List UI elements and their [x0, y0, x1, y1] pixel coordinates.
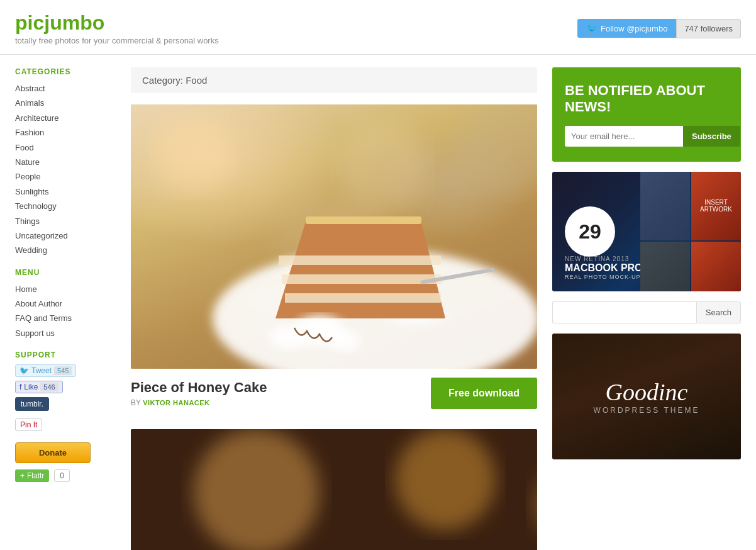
ad-number: 29 — [579, 222, 601, 242]
ad-screens: INSERTARTWORK — [640, 172, 741, 291]
post-item-2 — [131, 429, 537, 550]
support-label: SUPPORT — [15, 351, 116, 359]
sidebar-item-uncategorized[interactable]: Uncategorized — [15, 228, 116, 243]
header-right: 🐦 Follow @picjumbo 747 followers — [577, 19, 741, 38]
followers-badge: 747 followers — [676, 19, 741, 38]
goodinc-title: Goodinc — [606, 378, 688, 406]
tweet-button[interactable]: 🐦 Tweet 545 — [15, 364, 76, 377]
main-content: Category: Food — [131, 67, 537, 550]
ad-circle: 29 — [565, 206, 615, 257]
twitter-follow-label: Follow @picjumbo — [601, 24, 667, 33]
main-layout: CATEGORIES Abstract Animals Architecture… — [0, 55, 756, 550]
search-box: Search — [552, 301, 741, 323]
svg-point-12 — [269, 325, 307, 350]
categories-label: CATEGORIES — [15, 67, 116, 76]
svg-rect-8 — [285, 293, 441, 303]
sidebar-item-sunlights[interactable]: Sunlights — [15, 184, 116, 199]
donate-button[interactable]: Donate — [15, 442, 91, 463]
pinterest-label: Pin It — [20, 420, 37, 429]
cake-photo — [131, 104, 537, 369]
post-info: Piece of Honey Cake BY VIKTOR HANACEK — [131, 379, 267, 407]
svg-rect-9 — [306, 216, 421, 224]
newsletter-box: BE NOTIFIED ABOUT NEWS! Subscribe — [552, 67, 741, 162]
screen-2: INSERTARTWORK — [691, 172, 741, 240]
like-count: 546 — [40, 383, 58, 391]
post-item: Piece of Honey Cake BY VIKTOR HANACEK Fr… — [131, 104, 537, 414]
macbook-ad-banner[interactable]: 29 NEW RETINA 2013 MACBOOK PRO & IPAD RE… — [552, 172, 741, 291]
flattr-icon: + — [20, 471, 25, 480]
menu-item-faq[interactable]: FAQ and Terms — [15, 311, 116, 325]
flattr-count: 0 — [54, 469, 70, 482]
flattr-button[interactable]: + Flattr — [15, 469, 49, 482]
newsletter-title: BE NOTIFIED ABOUT NEWS! — [565, 82, 728, 116]
goodinc-ad[interactable]: Goodinc WORDPRESS THEME — [552, 334, 741, 459]
post-title: Piece of Honey Cake — [131, 379, 267, 396]
sidebar-item-things[interactable]: Things — [15, 214, 116, 228]
twitter-small-icon: 🐦 — [19, 366, 29, 375]
menu-item-about[interactable]: About Author — [15, 296, 116, 311]
screen-4 — [691, 242, 741, 291]
menu-label: MENU — [15, 268, 116, 277]
svg-point-15 — [194, 429, 320, 550]
sidebar-item-food[interactable]: Food — [15, 140, 116, 155]
svg-point-0 — [156, 117, 231, 193]
support-section: SUPPORT 🐦 Tweet 545 f Like 546 tumblr. P… — [15, 351, 116, 482]
sidebar-item-animals[interactable]: Animals — [15, 96, 116, 110]
svg-marker-5 — [275, 218, 445, 318]
post-meta: Piece of Honey Cake BY VIKTOR HANACEK Fr… — [131, 369, 537, 414]
post-image-2[interactable] — [131, 429, 537, 550]
sidebar-item-technology[interactable]: Technology — [15, 199, 116, 213]
svg-point-13 — [329, 329, 360, 352]
sidebar: CATEGORIES Abstract Animals Architecture… — [15, 67, 116, 550]
sidebar-item-people[interactable]: People — [15, 169, 116, 184]
screen-3 — [640, 242, 690, 291]
post-image[interactable] — [131, 104, 537, 369]
site-logo[interactable]: picjumbo — [15, 11, 219, 35]
svg-rect-7 — [282, 274, 442, 284]
sidebar-item-abstract[interactable]: Abstract — [15, 81, 116, 96]
newsletter-form: Subscribe — [565, 126, 728, 147]
menu-item-support[interactable]: Support us — [15, 326, 116, 340]
food-photo-2 — [131, 429, 537, 550]
like-label: Like — [24, 383, 38, 391]
svg-point-3 — [338, 123, 426, 211]
category-header: Category: Food — [131, 67, 537, 93]
svg-rect-6 — [279, 255, 441, 265]
author-link[interactable]: VIKTOR HANACEK — [143, 399, 209, 407]
macbook-ad: 29 NEW RETINA 2013 MACBOOK PRO & IPAD RE… — [552, 172, 741, 291]
categories-list: Abstract Animals Architecture Fashion Fo… — [15, 81, 116, 258]
facebook-icon: f — [19, 383, 21, 391]
post-author: BY VIKTOR HANACEK — [131, 398, 267, 407]
tweet-count: 545 — [54, 366, 72, 375]
svg-point-16 — [395, 429, 496, 530]
site-tagline: totally free photos for your commercial … — [15, 36, 219, 45]
like-button[interactable]: f Like 546 — [15, 381, 63, 393]
search-button[interactable]: Search — [696, 301, 741, 323]
menu-list: Home About Author FAQ and Terms Support … — [15, 282, 116, 341]
right-sidebar: BE NOTIFIED ABOUT NEWS! Subscribe 29 NEW… — [552, 67, 741, 550]
flattr-label: Flattr — [27, 471, 44, 480]
svg-point-1 — [458, 104, 537, 193]
logo-area: picjumbo totally free photos for your co… — [15, 11, 219, 45]
pinterest-button[interactable]: Pin It — [15, 418, 42, 431]
tumblr-label: tumblr. — [21, 400, 43, 408]
screen-1 — [640, 172, 690, 240]
header: picjumbo totally free photos for your co… — [0, 0, 756, 55]
sidebar-item-architecture[interactable]: Architecture — [15, 111, 116, 125]
menu-item-home[interactable]: Home — [15, 282, 116, 296]
free-download-button[interactable]: Free download — [431, 378, 537, 409]
twitter-follow-button[interactable]: 🐦 Follow @picjumbo — [577, 19, 676, 38]
sidebar-item-fashion[interactable]: Fashion — [15, 125, 116, 140]
tumblr-button[interactable]: tumblr. — [15, 397, 49, 411]
email-input[interactable] — [565, 126, 683, 147]
subscribe-button[interactable]: Subscribe — [683, 126, 740, 147]
sidebar-item-wedding[interactable]: Wedding — [15, 243, 116, 257]
search-input[interactable] — [552, 301, 696, 323]
sidebar-item-nature[interactable]: Nature — [15, 155, 116, 169]
flattr-row: + Flattr 0 — [15, 469, 116, 482]
tweet-label: Tweet — [31, 366, 52, 375]
author-prefix: BY — [131, 398, 141, 407]
twitter-icon: 🐦 — [586, 23, 597, 33]
goodinc-subtitle: WORDPRESS THEME — [594, 406, 700, 415]
